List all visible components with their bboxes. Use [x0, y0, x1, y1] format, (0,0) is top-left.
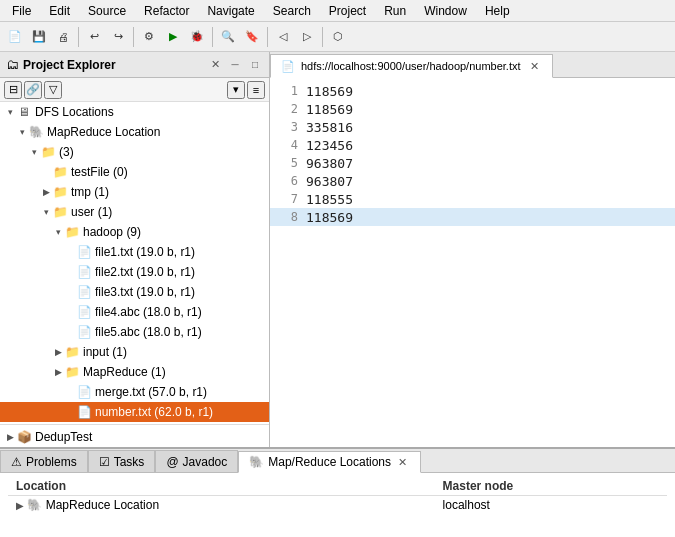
tree-item-dfs-locations[interactable]: ▾ 🖥 DFS Locations [0, 102, 269, 122]
view-menu-button[interactable]: ▾ [227, 81, 245, 99]
line-content-3: 335816 [306, 120, 353, 135]
print-button[interactable]: 🖨 [52, 26, 74, 48]
line-num-6: 6 [278, 174, 298, 188]
tree-item-file2[interactable]: 📄 file2.txt (19.0 b, r1) [0, 262, 269, 282]
build-button[interactable]: ⚙ [138, 26, 160, 48]
file-icon-file3: 📄 [76, 284, 92, 300]
tmp-label: tmp (1) [71, 185, 109, 199]
menu-help[interactable]: Help [477, 2, 518, 20]
editor-tabs: 📄 hdfs://localhost:9000/user/hadoop/numb… [270, 52, 675, 78]
nav-forward-button[interactable]: ▷ [296, 26, 318, 48]
menu-edit[interactable]: Edit [41, 2, 78, 20]
arrow-hadoop: ▾ [52, 227, 64, 237]
editor-content: 1 118569 2 118569 3 335816 4 123456 5 [270, 78, 675, 447]
bottom-section: ⚠ Problems ☑ Tasks @ Javadoc 🐘 Map/Reduc… [0, 447, 675, 537]
nav-back-button[interactable]: ◁ [272, 26, 294, 48]
panel-close-button[interactable]: ✕ [207, 57, 223, 73]
new-button[interactable]: 📄 [4, 26, 26, 48]
left-panel: 🗂 Project Explorer ✕ ─ □ ⊟ 🔗 ▽ ▾ ≡ ▾ 🖥 [0, 52, 270, 447]
panel-icon: 🗂 [6, 57, 19, 72]
menu-refactor[interactable]: Refactor [136, 2, 197, 20]
tasks-label: Tasks [114, 455, 145, 469]
tree-item-tmp[interactable]: ▶ 📁 tmp (1) [0, 182, 269, 202]
tab-tasks[interactable]: ☑ Tasks [88, 450, 156, 472]
tree-item-user[interactable]: ▾ 📁 user (1) [0, 202, 269, 222]
undo-button[interactable]: ↩ [83, 26, 105, 48]
tree-item-input[interactable]: ▶ 📁 input (1) [0, 342, 269, 362]
folder-icon-tmp: 📁 [52, 184, 68, 200]
arrow-input: ▶ [52, 347, 64, 357]
redo-button[interactable]: ↪ [107, 26, 129, 48]
tree-item-mapreduce-location[interactable]: ▾ 🐘 MapReduce Location [0, 122, 269, 142]
expand-icon[interactable]: ▶ [16, 500, 24, 511]
view-menu-button2[interactable]: ≡ [247, 81, 265, 99]
editor-tab-number[interactable]: 📄 hdfs://localhost:9000/user/hadoop/numb… [270, 54, 553, 78]
tree-item-mapreduce[interactable]: ▶ 📁 MapReduce (1) [0, 362, 269, 382]
tree-item-file5[interactable]: 📄 file5.abc (18.0 b, r1) [0, 322, 269, 342]
javadoc-icon: @ [166, 455, 178, 469]
panel-toolbar: ⊟ 🔗 ▽ ▾ ≡ [0, 78, 269, 102]
bookmark-button[interactable]: 🔖 [241, 26, 263, 48]
arrow-tmp: ▶ [40, 187, 52, 197]
problems-label: Problems [26, 455, 77, 469]
tree-item-file4[interactable]: 📄 file4.abc (18.0 b, r1) [0, 302, 269, 322]
file5-label: file5.abc (18.0 b, r1) [95, 325, 202, 339]
bottom-tabs: ⚠ Problems ☑ Tasks @ Javadoc 🐘 Map/Reduc… [0, 449, 675, 473]
tab-mapreduce-close[interactable]: ✕ [395, 455, 410, 470]
line-num-4: 4 [278, 138, 298, 152]
line-num-5: 5 [278, 156, 298, 170]
save-button[interactable]: 💾 [28, 26, 50, 48]
panel-maximize-button[interactable]: □ [247, 57, 263, 73]
file4-label: file4.abc (18.0 b, r1) [95, 305, 202, 319]
dedup-label: DedupTest [35, 430, 92, 444]
panel-minimize-button[interactable]: ─ [227, 57, 243, 73]
collapse-all-button[interactable]: ⊟ [4, 81, 22, 99]
menu-source[interactable]: Source [80, 2, 134, 20]
main-layout: 🗂 Project Explorer ✕ ─ □ ⊟ 🔗 ▽ ▾ ≡ ▾ 🖥 [0, 52, 675, 537]
line-num-2: 2 [278, 102, 298, 116]
tree-item-hadoop[interactable]: ▾ 📁 hadoop (9) [0, 222, 269, 242]
arrow-dfs-locations: ▾ [4, 107, 16, 117]
menu-file[interactable]: File [4, 2, 39, 20]
mapreduce-locations-label: Map/Reduce Locations [268, 455, 391, 469]
tree-item-file1[interactable]: 📄 file1.txt (19.0 b, r1) [0, 242, 269, 262]
editor-tab-label: hdfs://localhost:9000/user/hadoop/number… [301, 60, 521, 72]
bottom-table: Location Master node ▶ 🐘 MapReduce Locat… [8, 477, 667, 514]
separator-1 [78, 27, 79, 47]
menu-window[interactable]: Window [416, 2, 475, 20]
tab-problems[interactable]: ⚠ Problems [0, 450, 88, 472]
tree-item-file3[interactable]: 📄 file3.txt (19.0 b, r1) [0, 282, 269, 302]
editor-tab-close[interactable]: ✕ [527, 59, 542, 74]
col-location: Location [8, 477, 435, 496]
menu-project[interactable]: Project [321, 2, 374, 20]
toolbar: 📄 💾 🖨 ↩ ↪ ⚙ ▶ 🐞 🔍 🔖 ◁ ▷ ⬡ [0, 22, 675, 52]
link-with-editor-button[interactable]: 🔗 [24, 81, 42, 99]
code-line-2: 2 118569 [270, 100, 675, 118]
computer-icon: 🖥 [16, 104, 32, 120]
menu-navigate[interactable]: Navigate [199, 2, 262, 20]
tree-item-merge[interactable]: 📄 merge.txt (57.0 b, r1) [0, 382, 269, 402]
panel-title: Project Explorer [23, 58, 203, 72]
filter-button[interactable]: ▽ [44, 81, 62, 99]
testfile-label: testFile (0) [71, 165, 128, 179]
run-button[interactable]: ▶ [162, 26, 184, 48]
arrow-mapreduce-location: ▾ [16, 127, 28, 137]
menu-run[interactable]: Run [376, 2, 414, 20]
group3-label: (3) [59, 145, 74, 159]
search-toolbar-button[interactable]: 🔍 [217, 26, 239, 48]
tab-javadoc[interactable]: @ Javadoc [155, 450, 238, 472]
perspective-button[interactable]: ⬡ [327, 26, 349, 48]
tasks-icon: ☑ [99, 455, 110, 469]
tree-item-number[interactable]: 📄 number.txt (62.0 b, r1) [0, 402, 269, 422]
merge-label: merge.txt (57.0 b, r1) [95, 385, 207, 399]
file1-label: file1.txt (19.0 b, r1) [95, 245, 195, 259]
tree-item-group3[interactable]: ▾ 📁 (3) [0, 142, 269, 162]
tree-item-testfile[interactable]: 📁 testFile (0) [0, 162, 269, 182]
debug-button[interactable]: 🐞 [186, 26, 208, 48]
tab-mapreduce-locations[interactable]: 🐘 Map/Reduce Locations ✕ [238, 451, 421, 473]
code-line-8: 8 118569 [270, 208, 675, 226]
code-line-4: 4 123456 [270, 136, 675, 154]
menu-search[interactable]: Search [265, 2, 319, 20]
tree-item-dedup[interactable]: ▶ 📦 DedupTest [0, 427, 269, 447]
file-icon-file2: 📄 [76, 264, 92, 280]
